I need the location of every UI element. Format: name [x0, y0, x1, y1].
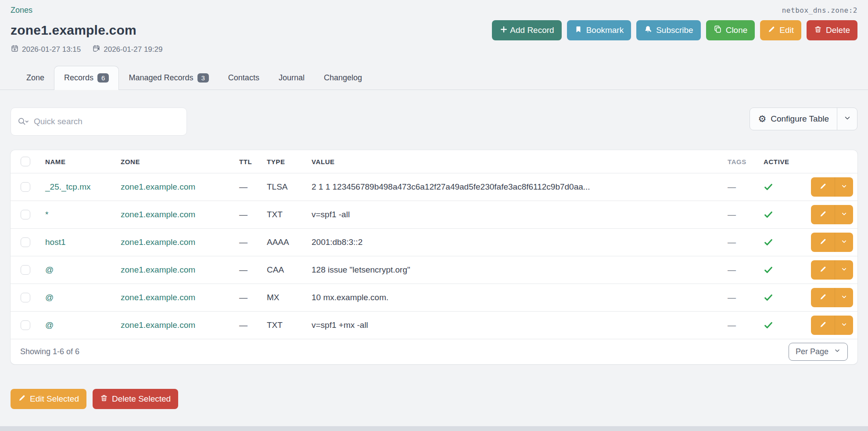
chevron-down-icon	[841, 321, 847, 330]
tab-journal[interactable]: Journal	[269, 66, 314, 90]
record-edit-dropdown[interactable]	[835, 177, 853, 197]
record-edit-split-button	[811, 205, 853, 224]
record-edit-button[interactable]	[811, 260, 835, 280]
bookmark-icon	[574, 25, 582, 36]
row-checkbox[interactable]	[21, 182, 30, 192]
bookmark-label: Bookmark	[586, 25, 624, 35]
tab-contacts[interactable]: Contacts	[219, 66, 269, 90]
record-edit-dropdown[interactable]	[835, 316, 853, 335]
record-name-link[interactable]: @	[45, 293, 121, 302]
tab-changelog[interactable]: Changelog	[314, 66, 372, 90]
delete-button[interactable]: Delete	[807, 20, 857, 40]
table-row: host1 zone1.example.com — AAAA 2001:db8:…	[11, 228, 857, 256]
tab-managed-records[interactable]: Managed Records 3	[119, 66, 218, 90]
updated-date-text: 2026-01-27 19:29	[104, 45, 162, 54]
record-name-link[interactable]: host1	[45, 237, 121, 247]
configure-table-button[interactable]: ⚙ Configure Table	[750, 108, 837, 130]
bookmark-button[interactable]: Bookmark	[567, 20, 631, 40]
record-edit-button[interactable]	[811, 205, 835, 224]
edit-selected-button[interactable]: Edit Selected	[11, 389, 86, 409]
row-checkbox[interactable]	[21, 293, 30, 302]
record-value: 2001:db8:3::2	[312, 237, 728, 247]
record-type: MX	[267, 293, 312, 302]
record-edit-button[interactable]	[811, 316, 835, 335]
column-header-value[interactable]: VALUE	[312, 158, 728, 165]
tab-journal-label: Journal	[279, 73, 305, 83]
pencil-icon	[819, 183, 827, 192]
chevron-down-icon	[834, 347, 841, 356]
record-tags: —	[728, 265, 764, 275]
tab-records[interactable]: Records 6	[54, 66, 119, 90]
record-edit-dropdown[interactable]	[835, 288, 853, 307]
record-tags: —	[728, 237, 764, 247]
trash-icon	[814, 25, 822, 36]
record-edit-button[interactable]	[811, 288, 835, 307]
pagination-summary: Showing 1-6 of 6	[20, 347, 79, 356]
record-edit-split-button	[811, 260, 853, 280]
records-table-card: NAME ZONE TTL TYPE VALUE TAGS ACTIVE _25…	[11, 150, 857, 364]
row-checkbox[interactable]	[21, 320, 30, 330]
clone-label: Clone	[726, 25, 748, 35]
table-footer: Showing 1-6 of 6 Per Page	[11, 339, 857, 364]
record-edit-button[interactable]	[811, 177, 835, 197]
per-page-select[interactable]: Per Page	[789, 343, 848, 361]
record-name-link[interactable]: @	[45, 320, 121, 330]
record-ttl: —	[239, 210, 267, 219]
title-row: zone1.example.com Add Record Bookmark Su…	[11, 20, 857, 40]
record-zone-link[interactable]: zone1.example.com	[121, 265, 239, 275]
row-checkbox[interactable]	[21, 265, 30, 275]
record-edit-dropdown[interactable]	[835, 260, 853, 280]
tab-managed-records-label: Managed Records	[129, 73, 193, 83]
clone-button[interactable]: Clone	[706, 20, 755, 40]
record-active-check-icon	[764, 182, 811, 192]
record-zone-link[interactable]: zone1.example.com	[121, 320, 239, 330]
column-header-zone[interactable]: ZONE	[121, 158, 239, 165]
breadcrumb-zones-link[interactable]: Zones	[11, 6, 32, 15]
record-row-actions	[811, 260, 857, 280]
edit-selected-label: Edit Selected	[30, 394, 79, 404]
record-edit-split-button	[811, 177, 853, 197]
record-zone-link[interactable]: zone1.example.com	[121, 182, 239, 192]
record-edit-split-button	[811, 288, 853, 307]
record-value: v=spf1 -all	[312, 210, 728, 219]
row-checkbox[interactable]	[21, 237, 30, 247]
chevron-down-icon	[841, 183, 847, 191]
edit-button[interactable]: Edit	[760, 20, 801, 40]
tab-zone[interactable]: Zone	[17, 66, 54, 90]
pencil-icon	[819, 210, 827, 219]
record-type: TXT	[267, 320, 312, 330]
tab-changelog-label: Changelog	[324, 73, 362, 83]
subscribe-button[interactable]: Subscribe	[636, 20, 701, 40]
column-header-ttl[interactable]: TTL	[239, 158, 267, 165]
per-page-label: Per Page	[796, 347, 829, 356]
record-zone-link[interactable]: zone1.example.com	[121, 293, 239, 302]
column-header-active[interactable]: ACTIVE	[764, 158, 811, 165]
row-checkbox[interactable]	[21, 210, 30, 219]
object-identifier: netbox_dns.zone:2	[782, 6, 857, 14]
record-active-check-icon	[764, 265, 811, 275]
table-header-row: NAME ZONE TTL TYPE VALUE TAGS ACTIVE	[11, 150, 857, 173]
table-row: @ zone1.example.com — TXT v=spf1 +mx -al…	[11, 311, 857, 339]
delete-selected-button[interactable]: Delete Selected	[93, 389, 178, 409]
column-header-type[interactable]: TYPE	[267, 158, 312, 165]
search-input[interactable]	[11, 108, 187, 136]
record-edit-button[interactable]	[811, 233, 835, 252]
delete-label: Delete	[826, 25, 850, 35]
record-zone-link[interactable]: zone1.example.com	[121, 210, 239, 219]
record-ttl: —	[239, 265, 267, 275]
configure-table-label: Configure Table	[771, 114, 829, 124]
record-edit-dropdown[interactable]	[835, 205, 853, 224]
configure-table-dropdown[interactable]	[837, 108, 857, 130]
select-all-checkbox[interactable]	[21, 157, 30, 166]
record-name-link[interactable]: _25._tcp.mx	[45, 182, 121, 192]
add-record-button[interactable]: Add Record	[492, 20, 561, 40]
record-name-link[interactable]: *	[45, 210, 121, 219]
bell-plus-icon	[644, 25, 652, 36]
record-edit-dropdown[interactable]	[835, 233, 853, 252]
record-ttl: —	[239, 293, 267, 302]
record-name-link[interactable]: @	[45, 265, 121, 275]
created-date: 2026-01-27 13:15	[11, 44, 81, 55]
pencil-icon	[819, 266, 827, 275]
column-header-name[interactable]: NAME	[45, 158, 121, 165]
record-zone-link[interactable]: zone1.example.com	[121, 237, 239, 247]
